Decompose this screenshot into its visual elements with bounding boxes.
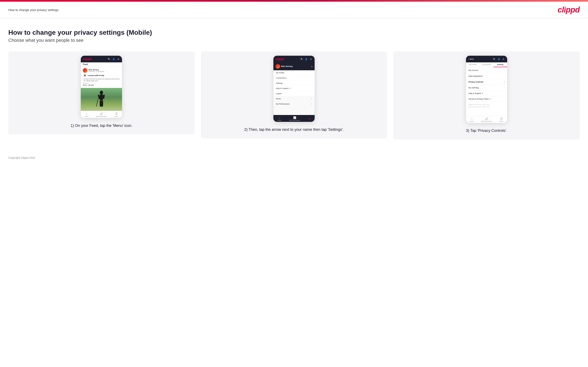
step3-version: Clippd Client Version: 2022.8.3-3 GQL Se… [466,102,507,109]
version-client: Clippd Client Version: 2022.8.3-3 [468,104,505,106]
step2-home-nav-label: Home [277,120,281,121]
settings-service-privacy[interactable]: Service & Privacy Policy ↗ [466,96,507,102]
step2-search-icon: 🔍 [300,57,303,61]
data-integrations-label: Data Integrations [468,75,483,77]
step3-bottom-nav: ⌂ Home 📈 My Performance ☰ Menu [466,116,507,123]
step3-home-nav[interactable]: ⌂ Home [470,117,474,122]
step3-back-btn[interactable]: < Back [468,58,474,60]
step1-menu-nav[interactable]: ☰ Menu [114,112,118,117]
step1-logo: clippd [83,57,91,61]
step1-lesson-icon: 🎓 [83,74,86,77]
step1-feed-item: Blair McHarg Yesterday · Sunningdale 🎓 L… [81,67,122,88]
step3-home-label: Home [470,121,474,122]
home-icon: ⌂ [86,112,87,115]
step1-feed-tab: Feed [81,62,122,67]
logo: clippd [558,5,580,14]
step1-duration-label: Duration [83,83,120,84]
svg-rect-5 [101,100,103,107]
step2-user-icon: 👤 [305,57,308,61]
back-label: Back [470,58,474,60]
step2-performance-label: My Performance [276,103,290,105]
performance-label: My Performance [96,116,107,117]
help-support-label: Help & Support ↗ [468,92,484,94]
step3-user-icon: 👤 [497,57,501,61]
user-icon: 👤 [112,57,115,61]
svg-rect-3 [103,95,105,99]
step2-menu-logout[interactable]: Logout [273,91,315,96]
step2-menu-connections[interactable]: Connections [273,75,315,81]
my-account-chevron: › [504,69,504,71]
step2-home-nav[interactable]: ⌂ Home [277,116,281,121]
step2-connections-label: Connections [276,77,286,79]
step3-settings-list: My Account › Data Integrations › Privacy… [466,67,507,102]
settings-data-integrations[interactable]: Data Integrations › [466,73,507,79]
service-privacy-label: Service & Privacy Policy ↗ [468,98,491,100]
privacy-controls-label: Privacy Controls [468,81,484,83]
step2-settings-icon: ⚙ [309,57,312,61]
step3-perf-label: My Performance [481,121,492,122]
step1-avatar [83,68,87,73]
step1-user-info: Blair McHarg Yesterday · Sunningdale [88,69,104,72]
step2-dropdown-user: Blair McHarg ∧ [273,62,315,70]
search-icon: 🔍 [107,57,111,61]
settings-my-golf-bag[interactable]: My Golf Bag › [466,85,507,91]
version-gql: GQL Server Version: 2022.7.30-1 [468,106,505,108]
step1-topnav: clippd 🔍 👤 ⚙ [81,56,122,62]
my-golf-bag-label: My Golf Bag [468,87,479,89]
settings-help-support[interactable]: Help & Support ↗ [466,91,507,96]
settings-icon: ⚙ [117,57,120,61]
step2-perf-nav[interactable]: 📈 My Performance [289,116,300,121]
step2-close-nav[interactable]: ✕ [308,117,311,120]
tab-my-profile[interactable]: My Profile [466,62,480,67]
step3-search-icon: 🔍 [493,57,496,61]
step1-home-nav[interactable]: ⌂ Home [85,112,89,117]
step2-user-info: Blair McHarg [276,64,293,69]
step2-logo: clippd [276,57,284,61]
settings-my-account[interactable]: My Account › [466,67,507,73]
step3-back-bar: < Back 🔍 👤 ⚙ [466,56,507,62]
back-arrow-icon: < [468,58,469,60]
step2-menu-help[interactable]: Help & Support ↗ [273,86,315,91]
step1-duration-val: 01 hr : 30 min [83,84,120,86]
copyright-text: Copyright Clippd 2022 [8,156,35,159]
settings-privacy-controls[interactable]: Privacy Controls › [466,79,507,85]
menu-label: Menu [114,116,118,117]
footer: Copyright Clippd 2022 [0,152,588,163]
tab-connections[interactable]: Connections [480,62,493,67]
page-heading: How to change your privacy settings (Mob… [8,29,580,36]
step2-help-label: Help & Support ↗ [276,87,291,89]
step2-settings-label: Settings [276,82,283,84]
data-integrations-chevron: › [504,75,504,77]
step1-bottom-nav: ⌂ Home 📈 My Performance ☰ Menu [81,111,122,118]
step2-username: Blair McHarg [281,65,293,67]
step2-spacer [273,107,315,115]
step-2-card: clippd 🔍 👤 ⚙ Blair McHarg ∧ [201,51,387,139]
svg-rect-4 [100,100,101,107]
step2-topnav: clippd 🔍 👤 ⚙ [273,56,315,62]
step3-menu-label: Menu [500,121,503,122]
step2-close-icon: ✕ [308,117,311,120]
golfer-silhouette [95,90,108,111]
svg-point-0 [100,91,103,94]
step-3-caption: 3) Tap 'Privacy Controls'. [466,128,507,133]
step1-lesson-row: 🎓 Lesson with Fordy [83,74,120,77]
step-1-caption: 1) On your Feed, tap the 'Menu' icon. [71,123,132,128]
step1-icons: 🔍 👤 ⚙ [107,57,120,61]
step-2-phone: clippd 🔍 👤 ⚙ Blair McHarg ∧ [273,56,315,122]
header-title: How to change your privacy settings [8,8,59,12]
step1-user-row: Blair McHarg Yesterday · Sunningdale [83,68,120,73]
step1-performance-nav[interactable]: 📈 My Performance [96,112,107,117]
step2-menu-settings[interactable]: Settings [273,81,315,86]
step2-home-section[interactable]: Home ∨ [273,96,315,101]
step3-perf-nav[interactable]: 📈 My Performance [481,117,492,122]
step2-my-profile-label: My Profile [276,72,284,74]
step2-avatar [276,64,280,69]
step3-menu-nav[interactable]: ☰ Menu [500,117,503,122]
step2-performance-section[interactable]: My Performance ∨ [273,101,315,107]
step2-menu-my-profile[interactable]: My Profile [273,70,315,75]
page-subheading: Choose what you want people to see [8,38,580,43]
tab-settings[interactable]: Settings [493,62,507,67]
step2-dropdown-arrow: ∧ [311,65,312,67]
step3-icons: 🔍 👤 ⚙ [493,57,505,61]
steps-row: clippd 🔍 👤 ⚙ Feed Blair McHarg [8,51,580,140]
